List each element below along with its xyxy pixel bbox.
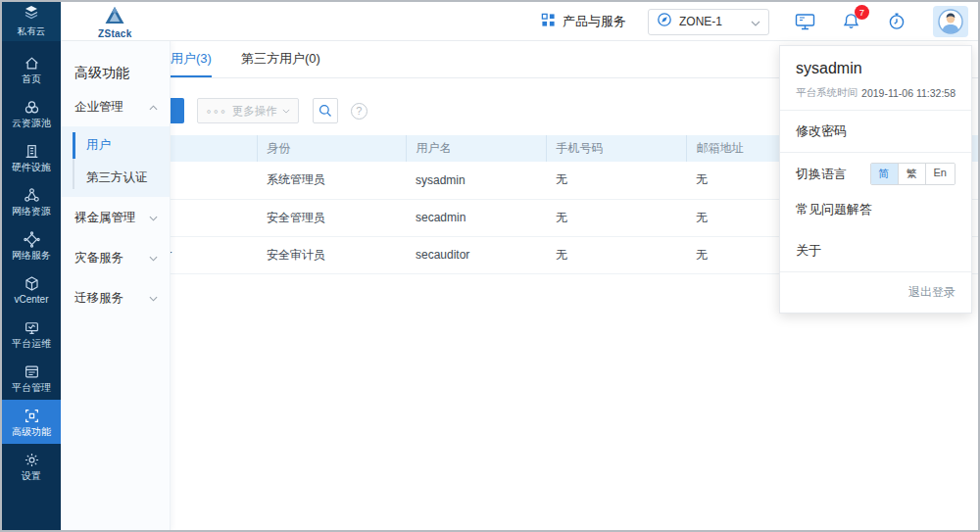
notifications-button[interactable]: 7: [842, 12, 860, 31]
chevron-up-icon: [149, 105, 158, 111]
more-dots-icon: ∘∘∘: [206, 106, 227, 117]
user-avatar-button[interactable]: [933, 6, 968, 37]
history-button[interactable]: [887, 12, 906, 31]
menu-section-label: 企业管理: [74, 99, 123, 116]
phone-cell: 无: [546, 162, 686, 199]
sidebar-item-advanced[interactable]: 高级功能: [2, 400, 61, 444]
sidebar-item-label: 设置: [22, 471, 41, 481]
gear-icon: [24, 452, 40, 468]
chevron-down-icon: [751, 13, 760, 30]
username-cell: secadmin: [406, 199, 546, 236]
secondary-sidebar-title: 高级功能: [61, 41, 170, 86]
role-cell: 系统管理员: [257, 162, 406, 199]
products-services-label: 产品与服务: [563, 13, 626, 30]
submenu-item-third-party-auth[interactable]: 第三方认证: [61, 162, 170, 194]
more-actions-button[interactable]: ∘∘∘ 更多操作: [197, 98, 299, 123]
language-segmented-control: 简 繁 En: [870, 163, 956, 185]
dropdown-username: sysadmin: [796, 60, 956, 77]
sidebar-item-home[interactable]: 首页: [2, 47, 61, 91]
zstack-logo-text: ZStack: [98, 28, 132, 39]
username-cell: secauditor: [406, 236, 546, 273]
chevron-down-icon: [149, 256, 158, 262]
language-option-simplified[interactable]: 简: [871, 164, 898, 184]
system-time-row: 平台系统时间 2019-11-06 11:32:58: [796, 86, 956, 100]
username-cell: sysadmin: [406, 162, 546, 199]
vcenter-icon: [24, 275, 40, 292]
role-cell: 安全管理员: [257, 199, 406, 236]
username-column-header: 用户名: [406, 135, 546, 162]
sidebar-item-label: vCenter: [14, 295, 48, 305]
help-icon[interactable]: ?: [351, 103, 368, 120]
sidebar-item-label: 硬件设施: [12, 163, 51, 172]
sidebar-item-vcenter[interactable]: vCenter: [2, 267, 61, 312]
zone-compass-icon: [657, 12, 672, 31]
avatar: [938, 9, 963, 34]
submenu-item-label: 用户: [86, 138, 111, 152]
monitor-icon: [795, 12, 815, 31]
brand-logo[interactable]: 私有云: [2, 2, 61, 41]
search-button[interactable]: [313, 98, 338, 123]
top-bar: 私有云 ZStack: [2, 2, 978, 41]
sidebar-item-label: 平台运维: [12, 339, 51, 349]
menu-section-label: 迁移服务: [74, 290, 123, 307]
sidebar-item-label: 高级功能: [12, 427, 51, 437]
app-window: 私有云 ZStack: [0, 0, 980, 532]
language-option-english[interactable]: En: [925, 164, 955, 184]
zone-selector[interactable]: ZONE-1: [648, 9, 769, 35]
menu-section-migration[interactable]: 迁移服务: [61, 277, 170, 317]
language-switch-label: 切换语言: [796, 166, 847, 183]
sidebar-item-label: 平台管理: [12, 383, 51, 393]
menu-section-enterprise[interactable]: 企业管理: [61, 86, 170, 126]
primary-sidebar: 首页 云资源池 硬件设施 网络资源 网络服务: [2, 41, 61, 530]
menu-section-baremetal[interactable]: 裸金属管理: [61, 197, 170, 237]
notification-badge: 7: [855, 5, 869, 20]
system-time-value: 2019-11-06 11:32:58: [861, 87, 956, 99]
ops-monitor-icon: [24, 319, 40, 336]
chevron-down-icon: [282, 109, 290, 114]
layers-icon: [23, 5, 40, 24]
phone-cell: 无: [546, 236, 686, 273]
zone-selector-value: ZONE-1: [679, 15, 744, 28]
hardware-icon: [24, 143, 40, 160]
submenu-item-users[interactable]: 用户: [61, 129, 170, 162]
sidebar-item-label: 网络资源: [12, 207, 51, 217]
sidebar-item-label: 首页: [22, 74, 41, 84]
sidebar-item-platform[interactable]: 平台管理: [2, 356, 61, 400]
phone-cell: 无: [546, 199, 686, 236]
chevron-down-icon: [149, 216, 158, 221]
sidebar-item-label: 云资源池: [12, 119, 51, 128]
sidebar-item-network-resource[interactable]: 网络资源: [2, 179, 61, 223]
platform-icon: [24, 363, 40, 380]
system-time-label: 平台系统时间: [796, 86, 858, 100]
about-item[interactable]: 关于: [796, 230, 956, 271]
role-cell: 安全审计员: [257, 236, 406, 273]
language-switch-row: 切换语言 简 繁 En: [796, 153, 956, 189]
sidebar-item-cloud-pool[interactable]: 云资源池: [2, 91, 61, 135]
sidebar-item-label: 网络服务: [12, 251, 51, 261]
role-column-header: 身份: [257, 135, 406, 162]
zstack-triangle-icon: [104, 6, 125, 28]
sidebar-item-network-service[interactable]: 网络服务: [2, 223, 61, 267]
menu-section-label: 裸金属管理: [74, 210, 136, 226]
topbar-right-cluster: 产品与服务 ZONE-1: [541, 2, 968, 41]
submenu-item-label: 第三方认证: [86, 170, 148, 184]
products-services-button[interactable]: 产品与服务: [541, 13, 626, 31]
zstack-logo[interactable]: ZStack: [98, 6, 132, 39]
home-icon: [24, 55, 40, 72]
tab-third-party-users[interactable]: 第三方用户(0): [241, 41, 320, 77]
logout-button[interactable]: 退出登录: [796, 272, 956, 307]
history-clock-icon: [887, 12, 906, 31]
sidebar-item-ops[interactable]: 平台运维: [2, 312, 61, 356]
menu-section-label: 灾备服务: [74, 250, 123, 266]
network-service-icon: [24, 231, 40, 248]
chevron-down-icon: [149, 296, 158, 302]
change-password-item[interactable]: 修改密码: [796, 111, 956, 152]
language-option-traditional[interactable]: 繁: [898, 164, 925, 184]
sidebar-item-settings[interactable]: 设置: [2, 444, 61, 488]
faq-item[interactable]: 常见问题解答: [796, 189, 956, 230]
console-monitor-button[interactable]: [795, 12, 815, 31]
sidebar-item-hardware[interactable]: 硬件设施: [2, 135, 61, 179]
menu-section-disaster-recovery[interactable]: 灾备服务: [61, 237, 170, 277]
cloud-pool-icon: [24, 99, 40, 116]
active-indicator-bar: [73, 132, 75, 159]
